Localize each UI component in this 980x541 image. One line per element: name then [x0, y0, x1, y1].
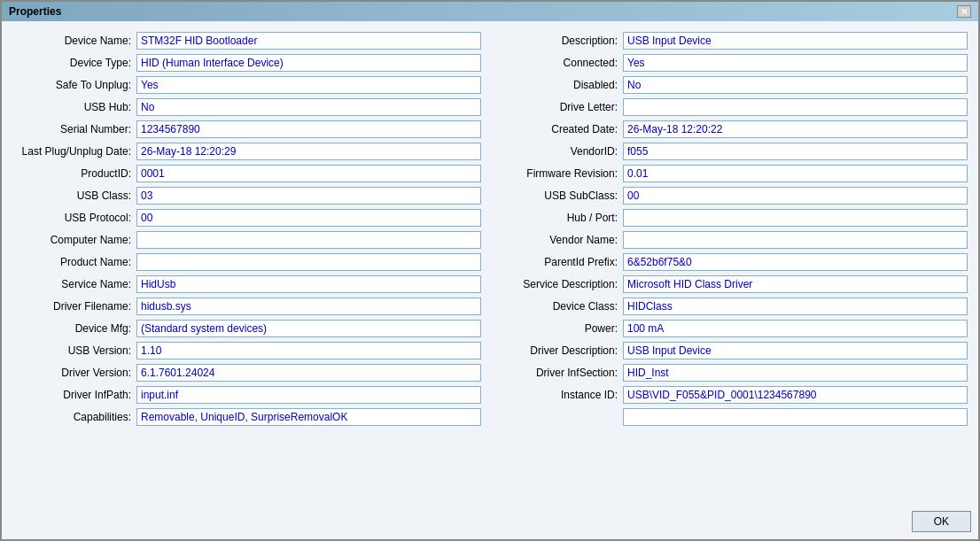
field-value: USB Input Device [623, 32, 968, 50]
right-column: Description:USB Input DeviceConnected:Ye… [499, 30, 968, 497]
field-label: Description: [499, 35, 623, 47]
table-row: Computer Name: [12, 229, 481, 251]
table-row: Safe To Unplug:Yes [12, 74, 481, 96]
field-value: input.inf [136, 386, 481, 404]
table-row: Device Mfg:(Standard system devices) [12, 318, 481, 339]
table-row: Service Name:HidUsb [12, 274, 481, 295]
field-value: HID_Inst [623, 364, 968, 382]
field-value [623, 408, 968, 426]
field-label: Driver Version: [12, 367, 136, 379]
field-value: Removable, UniqueID, SurpriseRemovalOK [136, 408, 481, 426]
table-row: Last Plug/Unplug Date:26-May-18 12:20:29 [12, 141, 481, 162]
field-value [136, 253, 481, 271]
field-label: Connected: [499, 57, 623, 69]
field-value: f055 [623, 143, 968, 160]
table-row: Product Name: [12, 251, 481, 273]
field-label: Power: [499, 322, 623, 335]
table-row: Power:100 mA [499, 318, 968, 339]
field-label: Device Mfg: [12, 322, 136, 335]
field-value: USB\VID_F055&PID_0001\1234567890 [623, 386, 968, 404]
field-value: HIDClass [623, 298, 968, 315]
window-title: Properties [9, 5, 61, 18]
ok-button[interactable]: OK [912, 511, 971, 532]
table-row: Connected:Yes [499, 52, 968, 73]
content-area: Device Name:STM32F HID BootloaderDevice … [2, 21, 978, 506]
table-row: Disabled:No [499, 74, 968, 96]
table-row: Vendor Name: [499, 229, 968, 251]
field-value [623, 231, 968, 249]
field-value: (Standard system devices) [136, 320, 481, 337]
table-row: Instance ID:USB\VID_F055&PID_0001\123456… [499, 384, 968, 406]
field-label: Driver InfPath: [12, 389, 136, 401]
footer: OK [2, 506, 978, 539]
field-value: 0001 [136, 165, 481, 182]
field-label: Firmware Revision: [499, 167, 623, 180]
table-row: Driver InfSection:HID_Inst [499, 362, 968, 383]
field-value: 100 mA [623, 320, 968, 337]
table-row: Firmware Revision:0.01 [499, 163, 968, 184]
field-label: USB Protocol: [12, 212, 136, 224]
title-bar: Properties ✕ [2, 2, 978, 21]
table-row: Created Date:26-May-18 12:20:22 [499, 119, 968, 140]
table-row: Service Description:Microsoft HID Class … [499, 274, 968, 295]
field-value [623, 209, 968, 227]
field-value: 6.1.7601.24024 [136, 364, 481, 382]
field-value: Yes [623, 54, 968, 72]
field-value: 0.01 [623, 165, 968, 182]
field-label: ProductID: [12, 167, 136, 180]
field-label: Disabled: [499, 79, 623, 91]
field-label: Capabilities: [12, 411, 136, 423]
table-row: VendorID:f055 [499, 141, 968, 162]
field-value: 1234567890 [136, 120, 481, 138]
table-row: ProductID:0001 [12, 163, 481, 184]
field-label: Computer Name: [12, 234, 136, 246]
field-value: 00 [623, 187, 968, 205]
field-label: Hub / Port: [499, 212, 623, 224]
field-label: USB Version: [12, 344, 136, 357]
field-value: HID (Human Interface Device) [136, 54, 481, 72]
field-value: 1.10 [136, 342, 481, 359]
properties-window: Properties ✕ Device Name:STM32F HID Boot… [0, 0, 980, 541]
field-label: Instance ID: [499, 389, 623, 401]
table-row: Driver Description:USB Input Device [499, 340, 968, 361]
field-label: Device Class: [499, 300, 623, 313]
table-row: USB Class:03 [12, 185, 481, 206]
field-value: hidusb.sys [136, 298, 481, 315]
table-row: Driver Version:6.1.7601.24024 [12, 362, 481, 383]
fields-grid: Device Name:STM32F HID BootloaderDevice … [12, 30, 968, 497]
field-value: 03 [136, 187, 481, 205]
table-row: Device Class:HIDClass [499, 296, 968, 317]
table-row: USB Version:1.10 [12, 340, 481, 361]
field-value: USB Input Device [623, 342, 968, 359]
table-row: Driver InfPath:input.inf [12, 384, 481, 406]
field-label: Driver Description: [499, 344, 623, 357]
field-label: Safe To Unplug: [12, 79, 136, 91]
field-label: Device Type: [12, 57, 136, 69]
field-value: HidUsb [136, 275, 481, 293]
field-label: Device Name: [12, 35, 136, 47]
field-label: Service Description: [499, 278, 623, 290]
table-row: Driver Filename:hidusb.sys [12, 296, 481, 317]
close-button[interactable]: ✕ [957, 5, 971, 18]
table-row: Description:USB Input Device [499, 30, 968, 51]
table-row: Capabilities:Removable, UniqueID, Surpri… [12, 406, 481, 428]
table-row: ParentId Prefix:6&52b6f75&0 [499, 251, 968, 273]
field-value: No [136, 98, 481, 116]
table-row [499, 406, 968, 428]
field-label: Serial Number: [12, 123, 136, 135]
table-row: USB Hub:No [12, 97, 481, 118]
table-row: Device Type:HID (Human Interface Device) [12, 52, 481, 73]
field-label: Vendor Name: [499, 234, 623, 246]
field-label: Drive Letter: [499, 101, 623, 113]
field-label: USB Class: [12, 189, 136, 202]
table-row: USB SubClass:00 [499, 185, 968, 206]
table-row: Serial Number:1234567890 [12, 119, 481, 140]
field-value: Microsoft HID Class Driver [623, 275, 968, 293]
field-label: Last Plug/Unplug Date: [12, 145, 136, 158]
field-value: 26-May-18 12:20:29 [136, 143, 481, 160]
field-value [623, 98, 968, 116]
field-value: No [623, 76, 968, 94]
field-label: USB SubClass: [499, 189, 623, 202]
field-label: Product Name: [12, 256, 136, 268]
field-value: Yes [136, 76, 481, 94]
